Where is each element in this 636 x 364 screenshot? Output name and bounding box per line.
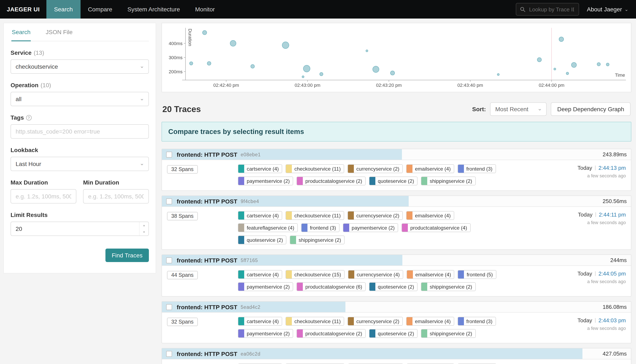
service-color-swatch xyxy=(286,164,292,173)
service-color-swatch xyxy=(421,282,427,291)
service-color-swatch xyxy=(238,211,244,220)
service-tag-label: checkoutservice (11) xyxy=(294,212,341,218)
service-select[interactable]: checkoutservice ⌄ xyxy=(11,60,149,74)
trace-card-body: 38 Spans cartservice (4)checkoutservice … xyxy=(162,207,631,250)
service-color-swatch xyxy=(407,317,413,326)
stepper-down-icon[interactable]: ▾ xyxy=(140,229,148,236)
scatter-point[interactable] xyxy=(190,62,193,65)
scatter-point[interactable] xyxy=(302,76,304,78)
tab-json-file[interactable]: JSON File xyxy=(45,23,73,41)
service-tag: cartservice (4) xyxy=(238,164,282,173)
nav-item-monitor[interactable]: Monitor xyxy=(187,0,222,18)
app-logo[interactable]: JAEGER UI xyxy=(0,6,46,13)
service-color-swatch xyxy=(421,329,427,338)
span-count-badge: 44 Spans xyxy=(167,271,198,279)
trace-lookup-input[interactable] xyxy=(528,6,575,13)
scatter-point[interactable] xyxy=(282,42,289,48)
results-header: 20 Traces Sort: Most Recent ⌄ Deep Depen… xyxy=(162,102,630,116)
service-tag-label: shippingservice (2) xyxy=(430,284,472,290)
nav-menu: Search Compare System Architecture Monit… xyxy=(46,0,222,18)
operation-select[interactable]: all ⌄ xyxy=(11,92,149,106)
trace-id: ea06c2d xyxy=(241,351,260,356)
find-traces-button[interactable]: Find Traces xyxy=(105,248,149,262)
service-color-swatch xyxy=(238,164,244,173)
service-tag-label: frontend (3) xyxy=(466,318,492,324)
trace-select-checkbox[interactable] xyxy=(166,152,172,157)
trace-date: Today xyxy=(578,165,592,171)
scatter-chart-panel: 200ms300ms400ms02:42:40 pm02:43:00 pm02:… xyxy=(162,23,631,92)
scatter-point[interactable] xyxy=(554,68,556,70)
service-color-swatch xyxy=(458,270,464,279)
deep-dependency-graph-button[interactable]: Deep Dependency Graph xyxy=(551,102,630,116)
service-tag-label: emailservice (4) xyxy=(415,166,451,172)
service-tag-list: cartservice (4)checkoutservice (11)curre… xyxy=(238,211,516,244)
service-color-swatch xyxy=(290,236,296,244)
divider xyxy=(595,166,595,170)
scatter-point[interactable] xyxy=(571,62,576,68)
scatter-point[interactable] xyxy=(497,74,499,76)
max-duration-input[interactable] xyxy=(11,189,76,204)
trace-select-checkbox[interactable] xyxy=(166,198,172,204)
service-tag-label: emailservice (4) xyxy=(415,318,451,324)
service-tag: currencyservice (2) xyxy=(348,211,403,220)
scatter-point[interactable] xyxy=(207,62,211,65)
scatter-point[interactable] xyxy=(606,63,609,66)
service-tag-label: paymentservice (2) xyxy=(247,284,290,290)
trace-select-checkbox[interactable] xyxy=(166,351,172,357)
lookback-select[interactable]: Last Hour ⌄ xyxy=(11,157,149,171)
trace-card-header[interactable]: frontend: HTTP POST ea06c2d 427.05ms xyxy=(162,348,631,359)
trace-time: 2:44:05 pm xyxy=(598,270,626,277)
trace-result-card: frontend: HTTP POST 5ff7165 244ms 44 Spa… xyxy=(162,254,631,296)
trace-card-header[interactable]: frontend: HTTP POST e08ebe1 243.89ms xyxy=(162,149,631,160)
scatter-point[interactable] xyxy=(251,64,254,68)
service-color-swatch xyxy=(458,164,464,173)
trace-duration: 186.08ms xyxy=(603,304,627,310)
scatter-point[interactable] xyxy=(373,66,379,72)
scatter-point[interactable] xyxy=(303,65,310,72)
trace-timestamp: Today 2:44:13 pm a few seconds ago xyxy=(563,164,626,178)
trace-relative-time: a few seconds ago xyxy=(563,326,626,331)
tab-search[interactable]: Search xyxy=(12,23,31,41)
trace-card-header[interactable]: frontend: HTTP POST 5ff7165 244ms xyxy=(162,255,631,266)
sort-select[interactable]: Most Recent ⌄ xyxy=(490,102,547,116)
nav-item-search[interactable]: Search xyxy=(46,0,80,18)
stepper-up-icon[interactable]: ▴ xyxy=(140,222,148,229)
service-color-swatch xyxy=(348,164,354,173)
trace-select-checkbox[interactable] xyxy=(166,257,172,263)
about-jaeger-menu[interactable]: About Jaeger ⌄ xyxy=(587,6,628,13)
scatter-point[interactable] xyxy=(559,37,564,42)
scatter-point[interactable] xyxy=(366,50,368,52)
service-tag: emailservice (4) xyxy=(406,164,454,173)
trace-title: frontend: HTTP POST xyxy=(177,304,237,310)
trace-card-header[interactable]: frontend: HTTP POST 5ead4c2 186.08ms xyxy=(162,302,631,312)
service-tag: checkoutservice (11) xyxy=(285,317,344,326)
service-tag: shippingservice (2) xyxy=(421,176,476,185)
trace-card-header[interactable]: frontend: HTTP POST 9f4cbe4 250.56ms xyxy=(162,196,631,207)
nav-item-compare[interactable]: Compare xyxy=(80,0,120,18)
scatter-point[interactable] xyxy=(202,30,207,35)
limit-results-input[interactable] xyxy=(11,222,149,236)
y-tick-label: 300ms xyxy=(169,55,183,60)
nav-item-system-architecture[interactable]: System Architecture xyxy=(120,0,187,18)
scatter-point[interactable] xyxy=(320,72,323,76)
min-duration-input[interactable] xyxy=(83,189,149,204)
tags-input[interactable] xyxy=(11,124,149,138)
service-tag: currencyservice (2) xyxy=(348,317,403,326)
service-tag-label: productcatalogservice (6) xyxy=(305,284,362,290)
trace-select-checkbox[interactable] xyxy=(166,304,172,310)
trace-lookup xyxy=(516,3,579,16)
service-color-swatch xyxy=(286,211,292,220)
scatter-point[interactable] xyxy=(537,58,541,62)
help-icon[interactable]: ? xyxy=(26,115,32,120)
scatter-point[interactable] xyxy=(566,72,569,74)
service-tag: cartservice (4) xyxy=(238,211,282,220)
scatter-point[interactable] xyxy=(597,62,600,66)
scatter-point[interactable] xyxy=(230,40,236,46)
trace-card-body: 38 Spans cartservice (4)checkoutservice … xyxy=(162,359,631,364)
service-color-swatch xyxy=(370,282,375,291)
trace-scatter-chart[interactable]: 200ms300ms400ms02:42:40 pm02:43:00 pm02:… xyxy=(165,25,627,91)
scatter-point[interactable] xyxy=(390,71,395,75)
service-tag: cartservice (4) xyxy=(238,317,282,326)
sidebar-tabs: Search JSON File xyxy=(11,23,149,41)
min-duration-label: Min Duration xyxy=(83,179,149,186)
